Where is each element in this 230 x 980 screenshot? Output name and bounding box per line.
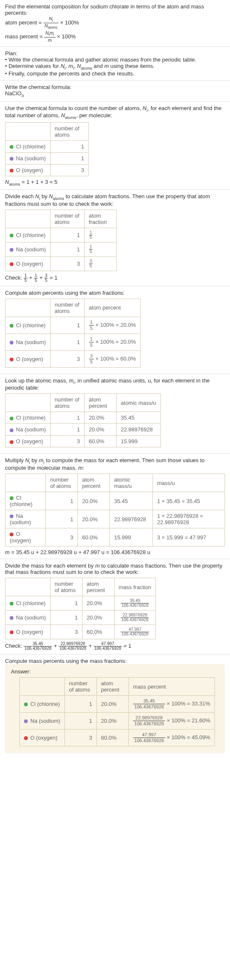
cell: 22.98976928 <box>116 424 160 436</box>
cell: 1 <box>64 696 96 713</box>
cell: 22.98976928 <box>110 510 152 528</box>
element-dot-icon <box>10 262 13 266</box>
mass-percent-lhs: mass percent = <box>5 33 44 40</box>
element-dot-icon <box>10 428 13 432</box>
element-dot-icon <box>10 533 13 536</box>
mass-percent-rhs: × 100% <box>57 33 75 40</box>
answer-box: Answer: number of atomsatom percentmass … <box>5 664 225 753</box>
cell: 20.0% <box>96 713 128 730</box>
molecular-mass-section: Multiply Ni by mi to compute the mass fo… <box>0 454 230 559</box>
table-header: atom fraction <box>84 210 116 228</box>
table-row: Cl (chlorine)115 × 100% = 20.0% <box>5 317 141 334</box>
atomic-mass-table: number of atomsatom percentatomic mass/u… <box>5 393 161 447</box>
cell: 3 <box>45 528 78 547</box>
cell: 1 × 35.45 = 35.45 <box>153 492 225 510</box>
mass-percent-formula: mass percent = Nimi m × 100% <box>5 30 225 43</box>
element-label: Cl (chlorine) <box>16 415 45 421</box>
cell: 15 × 100% = 20.0% <box>84 334 140 350</box>
mass-fractions-title: Divide the mass for each element by m to… <box>5 563 225 575</box>
table-header: number of atoms <box>50 394 84 412</box>
count-atoms-section: Use the chemical formula to count the nu… <box>0 102 230 190</box>
atom-percent-lhs: atom percent = <box>5 19 43 26</box>
table-row: Na (sodium)120.0%22.98976928 <box>5 424 161 436</box>
element-dot-icon <box>10 234 13 237</box>
table-header <box>5 394 51 412</box>
cell: 20.0% <box>96 696 128 713</box>
cell: 60.0% <box>82 625 114 639</box>
element-dot-icon <box>10 616 13 620</box>
element-dot-icon <box>24 736 28 740</box>
answer-label: Answer: <box>11 668 219 675</box>
mass-percents-title: Compute mass percents using the mass fra… <box>5 658 225 664</box>
element-dot-icon <box>10 248 13 252</box>
table-header: atomic mass/u <box>116 394 160 412</box>
element-label: O (oxygen) <box>16 438 43 444</box>
element-label: Cl (chlorine) <box>16 232 45 238</box>
table-header: mass/u <box>153 474 225 492</box>
table-row: O (oxygen)335 <box>5 256 117 271</box>
cell: 22.98976928106.43676928 <box>114 611 155 625</box>
table-header <box>5 210 51 228</box>
cell: 3 <box>50 436 84 447</box>
element-dot-icon <box>24 703 28 706</box>
element-label: O (oxygen) <box>30 735 57 741</box>
cell: 1 <box>45 492 78 510</box>
element-label: O (oxygen) <box>16 167 43 173</box>
table-header: number of atoms <box>45 474 78 492</box>
plan-bullet: • Write the chemical formula and gather … <box>5 57 225 63</box>
table-header: mass percent <box>128 678 214 696</box>
cell: 1 <box>50 596 82 611</box>
cell: 3 <box>64 730 96 746</box>
mass-percents-section: Compute mass percents using the mass fra… <box>0 654 230 757</box>
cell: 1 <box>50 242 84 256</box>
fraction-icon: Nimi m <box>44 30 56 43</box>
table-row: Cl (chlorine)120.0%35.45 <box>5 412 161 424</box>
table-header: atom percent <box>84 299 140 317</box>
intro-section: Find the elemental composition for sodiu… <box>0 0 230 47</box>
atom-percent-rhs: × 100% <box>60 19 79 26</box>
table-header: mass fraction <box>114 578 155 596</box>
cell: 47.997106.43676928 <box>114 625 155 639</box>
table-header: number of atoms <box>50 210 84 228</box>
cell: 3 × 15.999 = 47.997 <box>153 528 225 547</box>
table-header: atom percent <box>78 474 110 492</box>
table-header: number of atoms <box>50 578 82 596</box>
atom-fractions-title: Divide each Ni by Natoms to calculate at… <box>5 193 225 207</box>
element-dot-icon <box>10 514 13 518</box>
cell: 22.98976928106.43676928 × 100% = 21.60% <box>128 713 214 730</box>
cell: 1 × 22.98976928 = 22.98976928 <box>153 510 225 528</box>
atom-fractions-section: Divide each Ni by Natoms to calculate at… <box>0 190 230 286</box>
element-label: Na (sodium) <box>16 426 46 433</box>
element-dot-icon <box>10 358 13 361</box>
table-header: number of atoms <box>50 299 84 317</box>
atom-fractions-table: number of atomsatom fraction Cl (chlorin… <box>5 210 117 271</box>
table-header <box>5 299 51 317</box>
element-label: Na (sodium) <box>30 718 60 724</box>
check-equation: Check: 15 + 15 + 35 = 1 <box>5 274 225 283</box>
element-dot-icon <box>10 157 13 161</box>
cell: 60.0% <box>78 528 110 547</box>
element-dot-icon <box>10 169 13 172</box>
element-dot-icon <box>10 496 13 500</box>
table-row: O (oxygen)360.0%15.999 <box>5 436 161 447</box>
formula-title: Write the chemical formula: <box>5 84 225 90</box>
element-dot-icon <box>24 719 28 723</box>
table-header: atom percent <box>96 678 128 696</box>
table-row: O (oxygen)360.0%47.997106.43676928 × 100… <box>20 730 215 746</box>
cell: 1 <box>50 412 84 424</box>
atom-percent-formula: atom percent = Ni Natoms × 100% <box>5 16 225 30</box>
cell: 20.0% <box>82 611 114 625</box>
plan-section: Plan: • Write the chemical formula and g… <box>0 47 230 81</box>
cell: 60.0% <box>84 436 116 447</box>
element-label: Na (sodium) <box>16 246 46 253</box>
cell: 20.0% <box>82 596 114 611</box>
mass-fractions-section: Divide the mass for each element by m to… <box>0 559 230 654</box>
cell: 35.45106.43676928 × 100% = 33.31% <box>128 696 214 713</box>
cell: 1 <box>50 424 84 436</box>
element-dot-icon <box>10 145 13 149</box>
table-row: Na (sodium)120.0%22.989769281 × 22.98976… <box>5 510 225 528</box>
table-header <box>5 578 51 596</box>
cell: 15 <box>84 242 116 256</box>
count-atoms-title: Use the chemical formula to count the nu… <box>5 105 225 120</box>
element-label: Cl (chlorine) <box>16 143 45 150</box>
